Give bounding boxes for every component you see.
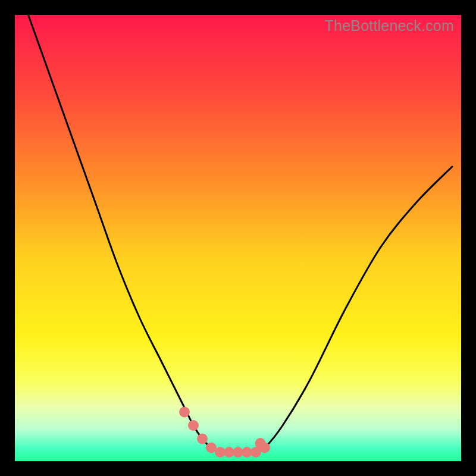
bottleneck-curve [29, 15, 453, 453]
plot-area: TheBottleneck.com [15, 15, 461, 461]
highlight-dot [197, 434, 208, 444]
curve-layer [15, 15, 461, 461]
watermark-text: TheBottleneck.com [325, 17, 454, 35]
highlight-dot [179, 407, 190, 418]
highlight-dot [188, 420, 199, 431]
highlight-dot [259, 443, 270, 453]
chart-frame: TheBottleneck.com [0, 0, 476, 476]
highlight-dots [179, 407, 270, 458]
